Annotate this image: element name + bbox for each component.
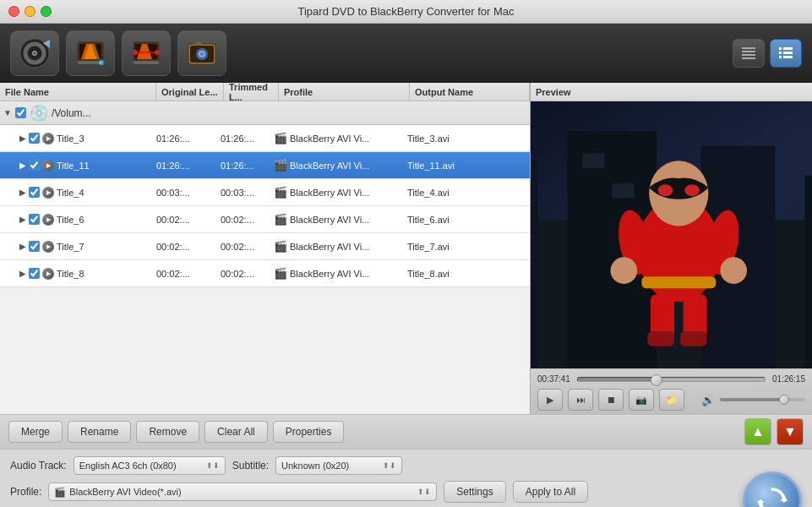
svg-rect-48: [641, 276, 716, 288]
row-expand-icon[interactable]: ▶: [19, 134, 26, 143]
progress-track[interactable]: [577, 377, 766, 382]
cell-original: 00:03:...: [156, 188, 218, 198]
play-preview-button[interactable]: ▶: [42, 133, 54, 144]
cell-output: Title_7.avi: [407, 242, 526, 252]
cell-profile: 🎬 BlackBerry AVI Vi...: [274, 186, 405, 199]
svg-point-55: [720, 257, 747, 284]
progress-thumb[interactable]: [651, 374, 662, 386]
row-checkbox[interactable]: [29, 214, 40, 225]
window-controls: [8, 6, 52, 17]
group-checkbox[interactable]: [15, 107, 26, 118]
play-preview-button[interactable]: ▶: [42, 160, 54, 172]
svg-rect-37: [531, 161, 538, 368]
table-row[interactable]: ▶ ▶ Title_8 00:02:... 00:02:... 🎬 BlackB…: [0, 260, 530, 287]
edit-button[interactable]: +: [66, 30, 115, 76]
svg-rect-29: [783, 47, 793, 50]
table-row[interactable]: ▶ ▶ Title_6 00:02:... 00:02:... 🎬 BlackB…: [0, 206, 530, 233]
svg-point-46: [658, 184, 673, 196]
convert-circle[interactable]: [743, 472, 802, 507]
cell-trimmed: 00:03:...: [221, 188, 271, 198]
cell-original: 01:26:...: [156, 134, 218, 144]
col-header-name: File Name: [0, 83, 156, 101]
rename-button[interactable]: Rename: [68, 421, 131, 443]
screenshot-button[interactable]: 📷: [629, 389, 654, 411]
expand-icon[interactable]: ▼: [3, 108, 12, 117]
volume-slider[interactable]: [720, 398, 805, 401]
play-preview-button[interactable]: ▶: [42, 187, 54, 199]
properties-button[interactable]: Properties: [273, 421, 345, 443]
row-checkbox[interactable]: [29, 160, 40, 171]
cell-trimmed: 00:02:...: [221, 242, 271, 252]
audio-subtitle-row: Audio Track: English AC3 6ch (0x80) ⬆⬇ S…: [10, 456, 726, 475]
convert-button[interactable]: [743, 472, 802, 507]
minimize-button[interactable]: [25, 6, 35, 17]
action-bar: Merge Rename Remove Clear All Properties…: [0, 414, 812, 450]
cell-trimmed: 00:02:...: [221, 215, 271, 225]
row-checkbox[interactable]: [29, 241, 40, 252]
profile-select[interactable]: 🎬 BlackBerry AVI Video(*.avi) ⬆⬇: [48, 482, 437, 501]
stop-button[interactable]: ⏹: [598, 389, 624, 411]
play-preview-button[interactable]: ▶: [42, 214, 54, 226]
preview-video: [531, 101, 812, 368]
row-expand-icon[interactable]: ▶: [19, 215, 26, 224]
cell-output: Title_11.avi: [407, 161, 526, 171]
play-preview-button[interactable]: ▶: [42, 268, 54, 280]
profile-label: Profile:: [10, 486, 41, 498]
svg-point-15: [133, 50, 138, 55]
table-row[interactable]: ▶ ▶ Title_3 01:26:... 01:26:... 🎬 BlackB…: [0, 125, 530, 152]
table-row[interactable]: ▶ ▶ Title_11 01:26:... 01:26:... 🎬 Black…: [0, 152, 530, 179]
cell-name: Title_11: [57, 161, 154, 171]
settings-button[interactable]: Settings: [444, 481, 505, 503]
snapshot-button[interactable]: [177, 30, 226, 76]
maximize-button[interactable]: [41, 6, 52, 17]
merge-button[interactable]: Merge: [8, 421, 63, 443]
svg-point-47: [684, 184, 700, 196]
row-checkbox[interactable]: [29, 133, 40, 144]
close-button[interactable]: [8, 6, 19, 17]
row-checkbox[interactable]: [29, 268, 40, 279]
folder-button[interactable]: 📁: [659, 389, 684, 411]
subtitle-label: Subtitle:: [232, 460, 269, 472]
row-checkbox[interactable]: [29, 187, 40, 198]
group-row: ▼ 💿 /Volum...: [0, 101, 530, 125]
detail-view-button[interactable]: [770, 39, 802, 68]
cell-profile: 🎬 BlackBerry AVI Vi...: [274, 267, 405, 280]
row-expand-icon[interactable]: ▶: [19, 269, 26, 278]
subtitle-select[interactable]: Unknown (0x20) ⬆⬇: [275, 456, 402, 475]
timeline-bar: 00:37:41 01:26:15: [537, 374, 805, 384]
row-expand-icon[interactable]: ▶: [19, 242, 26, 251]
play-preview-button[interactable]: ▶: [42, 241, 54, 253]
cell-profile: 🎬 BlackBerry AVI Vi...: [274, 213, 405, 226]
svg-rect-28: [779, 47, 782, 50]
table-row[interactable]: ▶ ▶ Title_7 00:02:... 00:02:... 🎬 BlackB…: [0, 233, 530, 260]
time-total: 01:26:15: [772, 374, 805, 384]
clip-button[interactable]: [122, 30, 171, 76]
move-up-button[interactable]: ▲: [744, 418, 771, 445]
cell-name: Title_8: [57, 269, 154, 279]
cell-profile: 🎬 BlackBerry AVI Vi...: [274, 159, 405, 172]
row-expand-icon[interactable]: ▶: [19, 161, 26, 170]
cell-output: Title_3.avi: [407, 134, 526, 144]
apply-to-all-button[interactable]: Apply to All: [513, 481, 588, 503]
row-expand-icon[interactable]: ▶: [19, 188, 26, 197]
audio-track-select[interactable]: English AC3 6ch (0x80) ⬆⬇: [74, 456, 226, 475]
cell-original: 00:02:...: [156, 242, 218, 252]
list-view-button[interactable]: [733, 39, 765, 68]
play-button[interactable]: ▶: [537, 389, 563, 411]
playback-controls: ▶ ⏭ ⏹ 📷 📁 🔊: [537, 389, 805, 411]
svg-point-22: [200, 52, 204, 56]
move-down-button[interactable]: ▼: [777, 418, 804, 445]
load-dvd-button[interactable]: [10, 30, 59, 76]
svg-rect-43: [612, 183, 634, 199]
cell-name: Title_4: [57, 188, 154, 198]
cell-output: Title_6.avi: [407, 215, 526, 225]
preview-frame: [531, 101, 812, 368]
progress-fill: [578, 378, 657, 381]
table-row[interactable]: ▶ ▶ Title_4 00:03:... 00:03:... 🎬 BlackB…: [0, 179, 530, 206]
remove-button[interactable]: Remove: [136, 421, 199, 443]
cell-name: Title_6: [57, 215, 154, 225]
volume-thumb[interactable]: [779, 395, 789, 405]
fast-forward-button[interactable]: ⏭: [568, 389, 593, 411]
table-body: ▼ 💿 /Volum... ▶ ▶ Title_3 01:26:... 01:2…: [0, 101, 530, 414]
clear-all-button[interactable]: Clear All: [204, 421, 268, 443]
